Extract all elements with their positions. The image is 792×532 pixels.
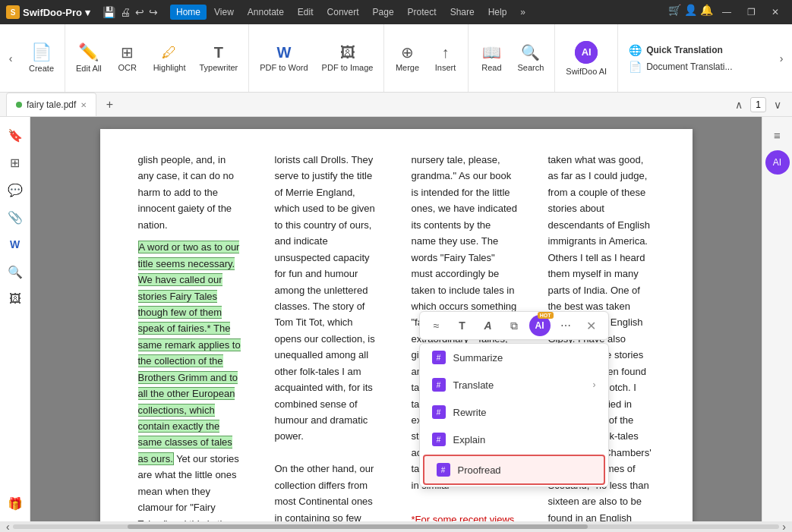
pdf-to-image-icon: 🖼 <box>340 45 355 60</box>
swifdoo-ai-label: SwifDoo AI <box>566 67 607 76</box>
ai-menu-rewrite[interactable]: # Rewrite <box>420 398 608 426</box>
ribbon-nav-right[interactable]: › <box>774 24 789 92</box>
pdf-footnote: *For some recent views on fairies and ta… <box>412 512 518 521</box>
ai-menu: # Summarize # Translate › # Rewrite # <box>419 343 609 487</box>
ribbon-group-convert: W PDF to Word 🖼 PDF to Image <box>249 24 384 92</box>
ai-menu-translate[interactable]: # Translate › <box>420 371 608 398</box>
ocr-tool[interactable]: ⊞ OCR <box>109 42 146 75</box>
menu-help[interactable]: Help <box>482 5 513 20</box>
ribbon-group-pages: ⊕ Merge ↑ Insert <box>384 24 469 92</box>
menu-edit[interactable]: Edit <box>292 5 320 20</box>
quick-translation-group: 🌐 Quick Translation 📄 Document Translati… <box>618 24 743 92</box>
minimize-button[interactable]: — <box>716 4 737 20</box>
right-ai-icon[interactable]: AI <box>765 150 790 175</box>
ribbon: ‹ 📄 Create ✏️ Edit All ⊞ OCR 🖊 Highlight <box>0 24 792 93</box>
sidebar-icon-attachment[interactable]: 📎 <box>3 205 27 229</box>
sidebar-icon-word[interactable]: W <box>3 232 27 257</box>
page-next-button[interactable]: ∨ <box>769 96 786 113</box>
main-area: 🔖 ⊞ 💬 📎 W 🔍 🖼 🎁 glish people, and, in an… <box>0 117 792 521</box>
scroll-right-btn[interactable]: › <box>779 521 789 532</box>
search-tool[interactable]: 🔍 Search <box>511 42 550 75</box>
tab-fairy-tale[interactable]: fairy tale.pdf ✕ <box>6 93 96 116</box>
undo-icon[interactable]: ↩ <box>135 6 144 18</box>
ai-highlight-btn[interactable]: ≈ <box>426 315 447 336</box>
insert-tool[interactable]: ↑ Insert <box>427 42 463 75</box>
merge-tool[interactable]: ⊕ Merge <box>389 42 425 75</box>
menu-convert[interactable]: Convert <box>321 5 365 20</box>
redo-icon[interactable]: ↪ <box>149 6 158 18</box>
read-label: Read <box>481 63 501 72</box>
menu-view[interactable]: View <box>208 5 240 20</box>
proofread-label: Proofread <box>458 464 501 476</box>
ai-menu-explain[interactable]: # Explain <box>420 426 608 453</box>
ribbon-group-create: 📄 Create <box>18 24 65 92</box>
quick-translation-item[interactable]: 🌐 Quick Translation <box>624 42 737 58</box>
ai-text-btn[interactable]: T <box>452 315 473 336</box>
tab-status-dot <box>16 102 22 108</box>
menu-share[interactable]: Share <box>444 5 481 20</box>
pdf-to-image-tool[interactable]: 🖼 PDF to Image <box>316 42 380 75</box>
sidebar-icon-comment[interactable]: 💬 <box>3 178 27 202</box>
menu-page[interactable]: Page <box>367 5 400 20</box>
edit-all-tool[interactable]: ✏️ Edit All <box>70 41 108 76</box>
page-number: 1 <box>750 97 766 112</box>
ai-main-btn[interactable]: AI HOT <box>529 315 551 336</box>
app-logo: S SwifDoo-Pro ▾ <box>6 5 90 19</box>
ai-more-btn[interactable]: ⋯ <box>555 315 576 336</box>
logo-icon: S <box>6 5 20 19</box>
insert-label: Insert <box>435 63 456 72</box>
right-settings-icon[interactable]: ≡ <box>765 123 790 147</box>
swifdoo-ai-tool[interactable]: AI SwifDoo AI <box>560 38 613 79</box>
new-tab-button[interactable]: + <box>101 96 118 113</box>
tab-close-button[interactable]: ✕ <box>80 101 87 109</box>
page-prev-button[interactable]: ∧ <box>730 96 747 113</box>
pdf-to-word-tool[interactable]: W PDF to Word <box>254 42 314 75</box>
close-button[interactable]: ✕ <box>765 4 786 20</box>
bell-icon[interactable]: 🔔 <box>700 4 713 20</box>
dropdown-icon[interactable]: ▾ <box>85 7 90 18</box>
menu-annotate[interactable]: Annotate <box>241 5 290 20</box>
pdf-content: glish people, and, in any case, it can d… <box>30 117 762 521</box>
sidebar-icon-gift[interactable]: 🎁 <box>3 491 27 515</box>
ai-font-btn[interactable]: A <box>478 315 499 336</box>
highlight-label: Highlight <box>153 63 186 72</box>
ai-menu-summarize[interactable]: # Summarize <box>420 344 608 371</box>
title-bar: S SwifDoo-Pro ▾ 💾 🖨 ↩ ↪ Home View Annota… <box>0 0 792 24</box>
scroll-thumb[interactable] <box>128 524 588 529</box>
sidebar-icon-grid[interactable]: ⊞ <box>3 150 27 175</box>
read-icon: 📖 <box>482 45 501 60</box>
read-tool[interactable]: 📖 Read <box>473 42 510 75</box>
ribbon-nav-left[interactable]: ‹ <box>3 24 18 92</box>
page-navigation: ∧ 1 ∨ <box>730 96 786 113</box>
search-label: Search <box>517 63 544 72</box>
sidebar-icon-bookmark[interactable]: 🔖 <box>3 123 27 147</box>
save-icon[interactable]: 💾 <box>103 6 115 18</box>
doc-translation-item[interactable]: 📄 Document Translati... <box>624 58 737 75</box>
print-icon[interactable]: 🖨 <box>120 6 131 18</box>
user-icon[interactable]: 👤 <box>684 4 697 20</box>
pdf-to-word-label: PDF to Word <box>260 63 308 72</box>
maximize-button[interactable]: ❐ <box>740 4 762 20</box>
translate-icon: # <box>432 378 446 392</box>
horizontal-scrollbar: ‹ › <box>0 521 792 532</box>
create-tool[interactable]: 📄 Create <box>23 41 60 76</box>
ribbon-group-view: 📖 Read 🔍 Search <box>469 24 555 92</box>
scroll-track[interactable] <box>13 524 780 529</box>
scroll-left-btn[interactable]: ‹ <box>3 521 13 532</box>
ai-popup: ≈ T A ⧉ AI HOT ⋯ ✕ # Summarize <box>419 311 609 487</box>
menu-home[interactable]: Home <box>170 5 207 20</box>
doc-translation-label: Document Translati... <box>646 61 732 72</box>
create-label: Create <box>29 64 54 73</box>
sidebar-icon-image[interactable]: 🖼 <box>3 287 27 311</box>
highlight-tool[interactable]: 🖊 Highlight <box>147 42 192 75</box>
typewriter-tool[interactable]: T Typewriter <box>193 42 244 75</box>
ai-close-btn[interactable]: ✕ <box>581 315 602 336</box>
hot-badge: HOT <box>538 312 554 319</box>
sidebar-icon-search[interactable]: 🔍 <box>3 260 27 284</box>
menu-more[interactable]: » <box>514 5 532 20</box>
cart-icon[interactable]: 🛒 <box>668 4 681 20</box>
menu-protect[interactable]: Protect <box>402 5 443 20</box>
ai-copy-btn[interactable]: ⧉ <box>503 315 525 336</box>
ai-menu-proofread[interactable]: # Proofread <box>423 455 605 485</box>
quick-translation-label: Quick Translation <box>646 45 723 55</box>
